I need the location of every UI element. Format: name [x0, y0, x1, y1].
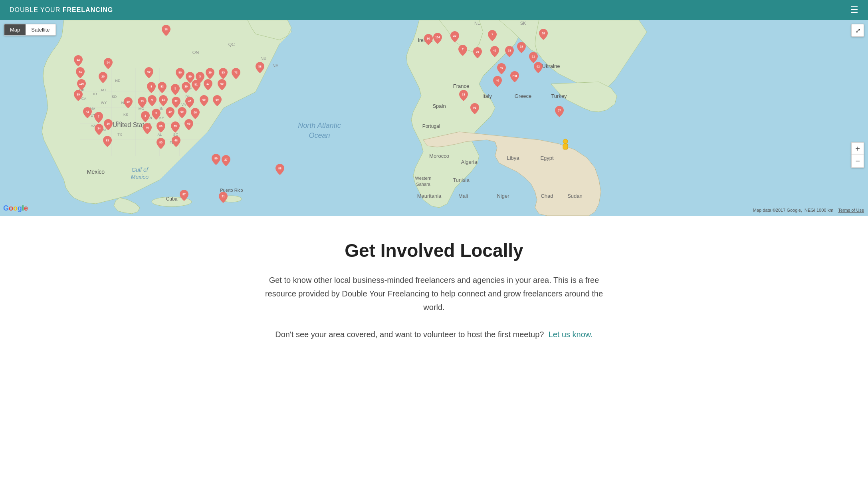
svg-text:Sudan: Sudan	[567, 193, 583, 199]
svg-text:SK: SK	[520, 21, 526, 26]
svg-text:IN: IN	[160, 107, 164, 111]
svg-text:Portugal: Portugal	[422, 123, 440, 129]
svg-text:Cuba: Cuba	[166, 196, 178, 202]
map-type-map-button[interactable]: Map	[4, 24, 26, 35]
logo-bold: FREELANCING	[63, 6, 113, 13]
svg-text:KS: KS	[123, 113, 128, 117]
svg-text:QC: QC	[228, 42, 235, 47]
map-type-controls: Map Satellite	[4, 24, 56, 36]
svg-text:65: 65	[220, 82, 224, 85]
svg-text:OK: OK	[115, 121, 121, 125]
svg-text:27: 27	[224, 158, 228, 161]
svg-text:AL: AL	[157, 133, 162, 137]
svg-text:KY: KY	[159, 116, 164, 120]
map-type-satellite-button[interactable]: Satellite	[26, 24, 55, 35]
svg-text:104: 104	[435, 36, 440, 39]
svg-text:40: 40	[146, 126, 149, 129]
logo-normal: DOUBLE YOUR	[10, 6, 63, 13]
svg-text:39: 39	[208, 71, 212, 74]
google-logo: Google	[3, 204, 28, 213]
svg-text:42: 42	[86, 110, 89, 113]
svg-text:80: 80	[159, 141, 163, 144]
svg-text:73: 73	[234, 71, 238, 74]
zoom-in-button[interactable]: +	[851, 142, 864, 155]
svg-text:Tunisia: Tunisia	[453, 177, 470, 183]
svg-text:NL: NL	[474, 21, 480, 26]
svg-text:60: 60	[194, 111, 197, 114]
svg-text:3: 3	[155, 112, 157, 115]
svg-text:5: 5	[199, 75, 201, 78]
svg-text:Greece: Greece	[515, 93, 532, 99]
svg-text:3: 3	[145, 114, 146, 117]
svg-text:09: 09	[147, 70, 151, 73]
svg-text:88: 88	[278, 167, 281, 170]
hamburger-menu-button[interactable]: ☰	[850, 5, 858, 15]
svg-text:5: 5	[174, 87, 176, 90]
svg-text:33: 33	[462, 93, 465, 96]
map-attribution: Map data ©2017 Google, INEGI 1000 km Ter…	[753, 208, 864, 213]
svg-text:66: 66	[202, 98, 206, 101]
svg-text:WY: WY	[101, 101, 107, 105]
zoom-out-button[interactable]: −	[851, 155, 864, 168]
svg-text:Gulf of: Gulf of	[131, 167, 149, 173]
svg-text:NB: NB	[260, 56, 266, 61]
svg-text:Mauritania: Mauritania	[417, 193, 442, 199]
svg-text:20: 20	[453, 34, 456, 37]
svg-text:48: 48	[174, 139, 178, 142]
svg-text:Libya: Libya	[507, 155, 519, 161]
svg-text:16: 16	[107, 122, 110, 125]
svg-text:89: 89	[188, 75, 192, 78]
svg-text:89: 89	[214, 157, 218, 160]
svg-text:6: 6	[151, 98, 153, 101]
svg-text:Ukraine: Ukraine	[542, 63, 560, 69]
svg-text:46: 46	[493, 49, 496, 52]
svg-text:83: 83	[106, 139, 109, 142]
map-data-text: Map data ©2017 Google, INEGI 1000 km	[753, 208, 833, 213]
svg-text:ND: ND	[115, 79, 121, 83]
svg-text:91: 91	[194, 83, 198, 86]
svg-rect-212	[563, 144, 568, 149]
svg-text:57: 57	[558, 109, 561, 112]
svg-text:65: 65	[174, 125, 177, 127]
fullscreen-icon: ⤢	[855, 27, 860, 34]
svg-text:Algeria: Algeria	[461, 159, 478, 165]
svg-text:39: 39	[77, 93, 80, 96]
svg-text:Western: Western	[415, 176, 432, 181]
svg-text:13: 13	[141, 100, 144, 103]
svg-text:66: 66	[180, 110, 184, 113]
svg-text:CA: CA	[81, 97, 87, 101]
svg-text:60: 60	[216, 98, 219, 101]
svg-text:92: 92	[77, 58, 80, 61]
svg-text:26: 26	[101, 75, 105, 78]
svg-text:59: 59	[127, 100, 130, 103]
svg-text:Ocean: Ocean	[309, 131, 330, 139]
svg-text:North Atlantic: North Atlantic	[298, 121, 341, 129]
let-us-know-link[interactable]: Let us know.	[549, 330, 593, 339]
svg-text:10: 10	[168, 110, 172, 113]
svg-text:62: 62	[537, 65, 540, 68]
fullscreen-button[interactable]: ⤢	[851, 24, 864, 37]
svg-text:95: 95	[222, 71, 225, 74]
svg-text:63: 63	[508, 49, 511, 52]
map-container: North Atlantic Ocean Gulf of Mexico Cuba…	[0, 20, 868, 216]
svg-text:87: 87	[182, 193, 186, 196]
svg-text:MO: MO	[139, 107, 145, 111]
svg-text:66: 66	[159, 125, 163, 127]
svg-text:Italy: Italy	[482, 93, 492, 99]
map-svg: North Atlantic Ocean Gulf of Mexico Cuba…	[0, 20, 868, 216]
svg-text:05: 05	[476, 50, 479, 53]
cta-text: Don't see your area covered, and want to…	[275, 330, 544, 339]
svg-text:SD: SD	[112, 95, 117, 99]
svg-text:7: 7	[491, 33, 493, 36]
svg-text:11: 11	[532, 55, 535, 58]
svg-text:58: 58	[258, 65, 262, 68]
content-section: Get Involved Locally Get to know other l…	[254, 216, 614, 363]
svg-text:Turkey: Turkey	[551, 93, 567, 99]
svg-text:34: 34	[97, 127, 101, 130]
site-logo: DOUBLE YOUR FREELANCING	[10, 6, 113, 14]
svg-text:7: 7	[462, 48, 464, 51]
zoom-controls: + −	[851, 142, 864, 168]
svg-text:41: 41	[79, 70, 82, 73]
pegman[interactable]	[563, 139, 568, 149]
terms-of-use-link[interactable]: Terms of Use	[838, 208, 864, 213]
